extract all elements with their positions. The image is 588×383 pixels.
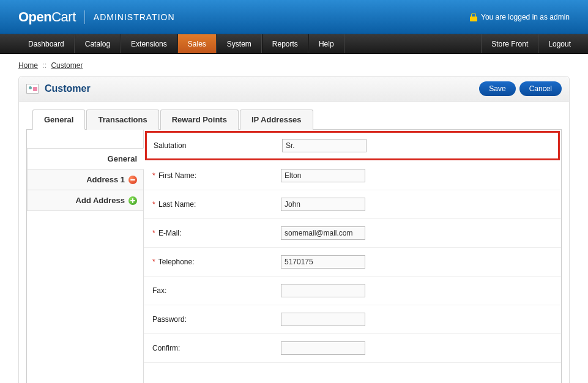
field-label-text: E-Mail: bbox=[158, 229, 181, 237]
field-label: * Telephone: bbox=[152, 258, 281, 266]
field-label: * First Name: bbox=[152, 171, 281, 180]
input-confirm[interactable] bbox=[281, 341, 365, 355]
login-status: You are logged in as admin bbox=[470, 13, 570, 21]
tab-reward-points[interactable]: Reward Points bbox=[160, 110, 239, 130]
field-label-text: Last Name: bbox=[158, 200, 196, 209]
input-fax[interactable] bbox=[281, 284, 365, 297]
box-content: GeneralTransactionsReward PointsIP Addre… bbox=[19, 102, 569, 383]
breadcrumb: Home :: Customer bbox=[0, 54, 588, 76]
nav-item-store-front[interactable]: Store Front bbox=[481, 34, 538, 53]
header-subtitle: ADMINISTRATION bbox=[94, 12, 175, 22]
nav-item-catalog[interactable]: Catalog bbox=[75, 34, 121, 53]
page-title: Customer bbox=[45, 83, 475, 94]
form-row-telephone: * Telephone: bbox=[144, 248, 561, 277]
login-status-text: You are logged in as admin bbox=[481, 13, 570, 21]
form-row-salutation: Salutation bbox=[145, 131, 560, 160]
content: Customer Save Cancel GeneralTransactions… bbox=[0, 76, 588, 383]
main-nav: DashboardCatalogExtensionsSalesSystemRep… bbox=[0, 34, 588, 54]
breadcrumb-sep: :: bbox=[42, 61, 47, 70]
field-label-text: Salutation bbox=[154, 141, 186, 150]
vtab-general-label: General bbox=[108, 154, 137, 163]
vtab-address-1[interactable]: Address 1 bbox=[27, 169, 143, 190]
vtab-add-address[interactable]: Add Address bbox=[27, 190, 143, 211]
vtab-add-label: Add Address bbox=[76, 196, 125, 205]
tabs: GeneralTransactionsReward PointsIP Addre… bbox=[26, 109, 562, 130]
nav-item-help[interactable]: Help bbox=[308, 34, 344, 53]
tab-ip-addresses[interactable]: IP Addresses bbox=[240, 110, 313, 130]
field-label: * E-Mail: bbox=[152, 229, 281, 237]
field-label-text: Fax: bbox=[152, 286, 166, 295]
nav-item-dashboard[interactable]: Dashboard bbox=[18, 34, 75, 53]
form-row-confirm: Confirm: bbox=[144, 334, 561, 363]
add-icon[interactable] bbox=[128, 196, 137, 205]
nav-item-system[interactable]: System bbox=[217, 34, 262, 53]
form-row-first-name: * First Name: bbox=[144, 162, 561, 190]
remove-icon[interactable] bbox=[128, 176, 137, 184]
field-label-text: Password: bbox=[152, 315, 187, 324]
vtabs: General Address 1 Add Address bbox=[27, 130, 143, 383]
box: Customer Save Cancel GeneralTransactions… bbox=[18, 76, 570, 383]
input-last-name[interactable] bbox=[281, 198, 365, 211]
input-salutation[interactable] bbox=[282, 139, 367, 152]
vtab-address-label: Address 1 bbox=[86, 175, 125, 184]
nav-item-extensions[interactable]: Extensions bbox=[121, 34, 177, 53]
field-label: Salutation bbox=[154, 141, 282, 150]
input-e-mail[interactable] bbox=[281, 226, 365, 240]
input-first-name[interactable] bbox=[281, 169, 365, 182]
form-row-fax: Fax: bbox=[144, 277, 561, 305]
required-marker: * bbox=[152, 229, 155, 237]
field-label-text: Telephone: bbox=[158, 258, 195, 266]
form-row-password: Password: bbox=[144, 305, 561, 334]
nav-item-logout[interactable]: Logout bbox=[538, 34, 581, 53]
form-area: Salutation* First Name:* Last Name:* E-M… bbox=[143, 130, 561, 383]
lock-icon bbox=[470, 13, 477, 21]
field-label: Password: bbox=[152, 315, 281, 324]
form-row-last-name: * Last Name: bbox=[144, 190, 561, 219]
tab-body: General Address 1 Add Address Salutation… bbox=[26, 130, 562, 383]
cancel-button[interactable]: Cancel bbox=[519, 81, 562, 96]
field-label-text: Confirm: bbox=[152, 344, 180, 352]
logo-part1: Open bbox=[18, 9, 51, 24]
logo[interactable]: OpenCart bbox=[18, 9, 76, 25]
field-label: Confirm: bbox=[152, 344, 281, 352]
input-telephone[interactable] bbox=[281, 255, 365, 269]
nav-item-reports[interactable]: Reports bbox=[262, 34, 308, 53]
required-marker: * bbox=[152, 171, 155, 180]
field-label: * Last Name: bbox=[152, 200, 281, 209]
tab-transactions[interactable]: Transactions bbox=[86, 110, 158, 130]
breadcrumb-home[interactable]: Home bbox=[18, 61, 38, 70]
vtab-general[interactable]: General bbox=[27, 148, 144, 169]
field-label-text: First Name: bbox=[158, 171, 196, 180]
logo-part2: Cart bbox=[51, 9, 76, 24]
input-password[interactable] bbox=[281, 313, 365, 326]
tab-general[interactable]: General bbox=[32, 110, 85, 130]
box-heading: Customer Save Cancel bbox=[19, 76, 569, 102]
header: OpenCart ADMINISTRATION You are logged i… bbox=[0, 0, 588, 34]
field-label: Fax: bbox=[152, 286, 281, 295]
required-marker: * bbox=[152, 200, 155, 209]
save-button[interactable]: Save bbox=[479, 81, 515, 96]
form-row-e-mail: * E-Mail: bbox=[144, 219, 561, 248]
header-divider bbox=[84, 10, 85, 24]
nav-item-sales[interactable]: Sales bbox=[177, 34, 217, 53]
breadcrumb-customer[interactable]: Customer bbox=[51, 61, 83, 70]
required-marker: * bbox=[152, 258, 155, 266]
customer-icon bbox=[26, 84, 39, 94]
